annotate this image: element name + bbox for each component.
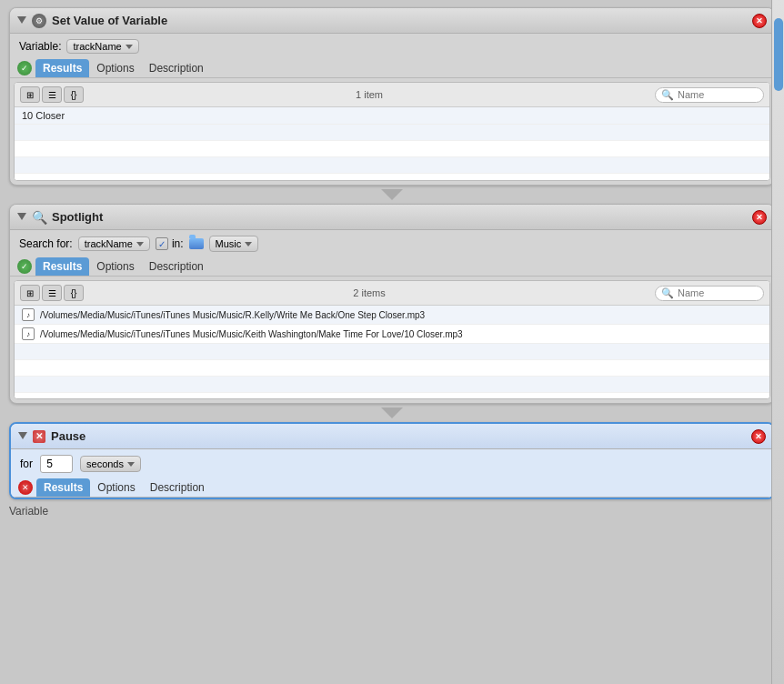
spotlight-result-item-0: ♪ /Volumes/Media/Music/iTunes/iTunes Mus…: [15, 306, 769, 325]
pause-header: ✕ Pause ✕: [11, 424, 773, 449]
spotlight-close-button[interactable]: ✕: [752, 210, 767, 225]
set-value-token-arrow: [126, 45, 133, 49]
set-value-tab-results[interactable]: Results: [35, 59, 89, 77]
spotlight-tabs: ✓ Results Options Description: [10, 257, 774, 277]
pause-tab-results[interactable]: Results: [36, 478, 90, 497]
pause-close-button[interactable]: ✕: [751, 429, 766, 444]
spotlight-grid-view[interactable]: ⊞: [20, 285, 40, 301]
spotlight-search-value: trackName: [85, 238, 133, 249]
workflow-container: ⚙ Set Value of Variable ✕ Variable: trac…: [0, 0, 784, 530]
spotlight-search-input[interactable]: [678, 287, 759, 298]
spotlight-folder-icon: [189, 238, 204, 249]
set-value-results-list: 10 Closer: [15, 107, 769, 180]
empty-row-4: [15, 174, 769, 181]
spotlight-file-icon-1: ♪: [22, 327, 35, 340]
set-value-variable-row: Variable: trackName: [10, 34, 774, 59]
empty-row-1: [15, 125, 769, 141]
set-value-view-icons: ⊞ ☰ {}: [20, 86, 84, 103]
spotlight-tab-results[interactable]: Results: [35, 257, 89, 276]
spotlight-items-count: 2 items: [353, 287, 385, 298]
spotlight-folder-arrow: [245, 242, 252, 246]
pause-unit-arrow: [127, 462, 135, 467]
set-value-search-input[interactable]: [678, 89, 759, 100]
spotlight-file-icon-0: ♪: [22, 308, 35, 321]
set-value-title: Set Value of Variable: [52, 14, 167, 27]
set-value-empty-rows: [15, 125, 769, 179]
spotlight-folder-dropdown[interactable]: Music: [209, 236, 259, 252]
spotlight-search-icon: 🔍: [661, 287, 674, 299]
bottom-label: Variable: [0, 499, 784, 523]
spotlight-search-label: Search for:: [19, 237, 73, 250]
pause-title: Pause: [51, 429, 85, 443]
set-value-list-view[interactable]: ☰: [42, 86, 62, 103]
spotlight-search-row: Search for: trackName ✓ in: Music: [10, 230, 774, 257]
set-value-result-item-0: 10 Closer: [15, 107, 769, 125]
set-value-variable-value: trackName: [73, 41, 121, 52]
pause-tab-description[interactable]: Description: [143, 478, 212, 497]
set-value-results-area: ⊞ ☰ {} 1 item 🔍 10 Closer: [14, 82, 770, 181]
set-value-status-badge: ✓: [17, 61, 32, 75]
scroll-thumb[interactable]: [774, 18, 783, 91]
spotlight-empty-rows: [15, 344, 769, 398]
spotlight-icon: 🔍: [32, 210, 46, 225]
pause-tab-options[interactable]: Options: [90, 478, 142, 497]
empty-row-3: [15, 157, 769, 174]
spotlight-search-token[interactable]: trackName: [78, 236, 150, 251]
spotlight-empty-row-3: [15, 377, 769, 393]
spotlight-tab-description[interactable]: Description: [142, 257, 211, 276]
set-value-items-count: 1 item: [356, 89, 383, 100]
set-value-tab-options[interactable]: Options: [89, 59, 141, 77]
set-value-search-box: 🔍: [655, 87, 764, 103]
set-value-block: ⚙ Set Value of Variable ✕ Variable: trac…: [9, 7, 775, 186]
pause-tabs: ✕ Results Options Description: [11, 478, 773, 498]
set-value-variable-token[interactable]: trackName: [66, 39, 138, 54]
set-value-variable-label: Variable:: [19, 40, 61, 53]
spotlight-list-view[interactable]: ☰: [42, 285, 62, 301]
pause-duration-row: for seconds: [11, 449, 773, 478]
spotlight-header: 🔍 Spotlight ✕: [10, 205, 774, 230]
pause-collapse-arrow[interactable]: [18, 432, 27, 441]
pause-block: ✕ Pause ✕ for seconds ✕ Results Options …: [9, 422, 775, 499]
spotlight-result-value-0: /Volumes/Media/Music/iTunes/iTunes Music…: [40, 310, 425, 320]
pause-title-area: ✕ Pause: [18, 429, 85, 443]
spotlight-title-area: 🔍 Spotlight: [17, 210, 103, 225]
set-value-json-view[interactable]: {}: [64, 86, 84, 103]
spotlight-in-checkbox-box[interactable]: ✓: [156, 237, 168, 250]
set-value-title-area: ⚙ Set Value of Variable: [17, 14, 167, 28]
set-value-icon: ⚙: [32, 14, 46, 28]
spotlight-results-list: ♪ /Volumes/Media/Music/iTunes/iTunes Mus…: [15, 306, 769, 398]
spotlight-json-view[interactable]: {}: [64, 285, 84, 301]
spotlight-view-icons: ⊞ ☰ {}: [20, 285, 84, 301]
empty-row-2: [15, 141, 769, 157]
spotlight-in-checkbox: ✓ in:: [156, 237, 184, 250]
set-value-tab-description[interactable]: Description: [142, 59, 211, 77]
connector-1: [0, 186, 784, 204]
pause-unit-dropdown[interactable]: seconds: [80, 456, 141, 472]
spotlight-block: 🔍 Spotlight ✕ Search for: trackName ✓ in…: [9, 204, 775, 404]
set-value-results-toolbar: ⊞ ☰ {} 1 item 🔍: [15, 83, 769, 107]
set-value-close-button[interactable]: ✕: [752, 14, 767, 28]
pause-duration-input[interactable]: [40, 455, 73, 473]
set-value-header: ⚙ Set Value of Variable ✕: [10, 8, 774, 34]
spotlight-empty-row-2: [15, 360, 769, 377]
set-value-tabs: ✓ Results Options Description: [10, 59, 774, 78]
spotlight-empty-row-1: [15, 344, 769, 360]
scrollbar[interactable]: [771, 0, 784, 684]
set-value-result-value-0: 10 Closer: [22, 110, 65, 121]
spotlight-result-item-1: ♪ /Volumes/Media/Music/iTunes/iTunes Mus…: [15, 325, 769, 344]
set-value-search-icon: 🔍: [661, 89, 674, 101]
pause-status-badge: ✕: [18, 480, 33, 495]
set-value-grid-view[interactable]: ⊞: [20, 86, 40, 103]
pause-unit-value: seconds: [86, 458, 124, 469]
spotlight-results-toolbar: ⊞ ☰ {} 2 items 🔍: [15, 281, 769, 306]
spotlight-tab-options[interactable]: Options: [89, 257, 141, 276]
spotlight-status-badge: ✓: [17, 259, 32, 274]
set-value-collapse-arrow[interactable]: [17, 16, 26, 25]
spotlight-results-area: ⊞ ☰ {} 2 items 🔍 ♪ /Volumes/Media/Music/…: [14, 280, 770, 399]
spotlight-token-arrow: [136, 242, 144, 246]
connector-2: [0, 404, 784, 422]
spotlight-collapse-arrow[interactable]: [17, 213, 26, 222]
spotlight-result-value-1: /Volumes/Media/Music/iTunes/iTunes Music…: [40, 329, 463, 339]
spotlight-search-box: 🔍: [655, 286, 764, 301]
spotlight-in-label: in:: [172, 237, 184, 250]
